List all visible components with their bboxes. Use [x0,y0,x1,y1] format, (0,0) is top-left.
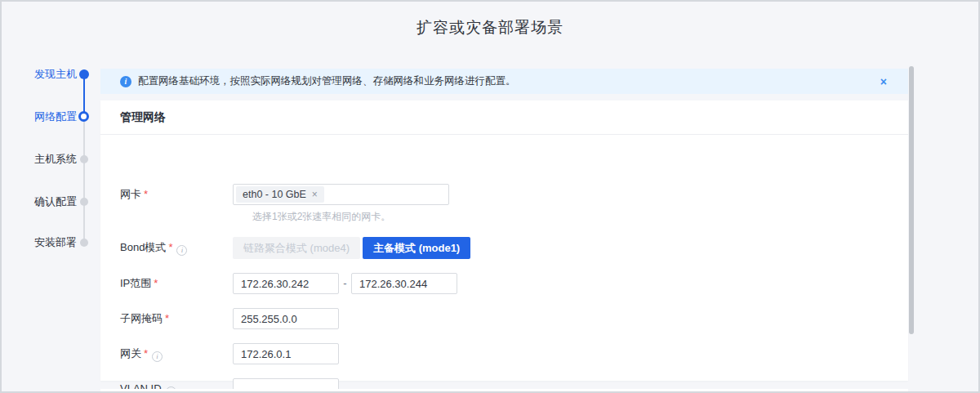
gateway-row: 网关*i [120,343,339,364]
close-icon[interactable]: × [880,76,887,87]
gateway-label: 网关*i [120,343,233,364]
nic-label: 网卡* [120,184,233,205]
step-label: 安装部署 [34,235,77,250]
required-mark: * [144,188,148,200]
nic-tag: eth0 - 10 GbE × [236,186,324,203]
wizard-dialog: 扩容或灾备部署场景 发现主机 网络配置 主机系统 确认配置 安装部署 i 配置网… [0,0,980,393]
ip-range-end-input[interactable] [351,273,457,294]
required-mark: * [154,277,158,289]
subnet-mask-row: 子网掩码* [120,308,339,329]
step-network-config[interactable]: 网络配置 [34,109,77,124]
step-dot-icon [79,69,89,79]
info-banner: i 配置网络基础环境，按照实际网络规划对管理网络、存储网络和业务网络进行配置。 … [100,69,908,94]
wizard-stepper: 发现主机 网络配置 主机系统 确认配置 安装部署 [34,2,100,391]
ip-range-row: IP范围* - [120,273,457,294]
page-title: 扩容或灾备部署场景 [2,17,978,38]
gateway-info-icon[interactable]: i [152,351,163,362]
step-dot-icon [80,198,88,206]
management-network-card: 管理网络 网卡* eth0 - 10 GbE × 选择1张或2张速率相同的网卡。 [100,100,908,381]
next-section-card-partial [100,389,908,393]
ip-range-label: IP范围* [120,273,233,294]
required-mark: * [165,312,169,324]
bond-mode4-button[interactable]: 链路聚合模式 (mode4) [233,237,360,259]
required-mark: * [168,241,172,253]
subnet-mask-input[interactable] [233,308,339,329]
nic-hint: 选择1张或2张速率相同的网卡。 [252,210,390,224]
management-network-form: 网卡* eth0 - 10 GbE × 选择1张或2张速率相同的网卡。 Bond… [100,135,908,381]
step-label: 主机系统 [34,152,77,167]
step-label: 确认配置 [34,194,77,209]
required-mark: * [144,347,148,360]
step-discover-hosts[interactable]: 发现主机 [34,67,77,82]
step-label: 发现主机 [34,67,77,82]
info-icon: i [120,76,131,87]
step-dot-icon [78,111,89,122]
tag-remove-icon[interactable]: × [312,189,318,200]
gateway-input[interactable] [233,343,339,364]
section-title: 管理网络 [100,100,908,135]
step-host-system[interactable]: 主机系统 [34,152,77,167]
step-label: 网络配置 [34,109,77,124]
ip-range-start-input[interactable] [233,273,339,294]
bond-mode-group: 链路聚合模式 (mode4) 主备模式 (mode1) [233,237,470,259]
nic-select-input[interactable]: eth0 - 10 GbE × [233,184,449,205]
bond-mode1-button[interactable]: 主备模式 (mode1) [363,237,470,259]
step-confirm-config[interactable]: 确认配置 [34,194,77,209]
info-banner-text: 配置网络基础环境，按照实际网络规划对管理网络、存储网络和业务网络进行配置。 [138,74,880,88]
bond-mode-row: Bond模式*i 链路聚合模式 (mode4) 主备模式 (mode1) [120,237,470,259]
ip-range-separator: - [339,273,351,294]
nic-row: 网卡* eth0 - 10 GbE × [120,184,449,205]
vertical-scrollbar-thumb[interactable] [909,66,914,334]
bond-info-icon[interactable]: i [176,245,187,256]
step-dot-icon [80,239,88,247]
step-install-deploy[interactable]: 安装部署 [34,235,77,250]
step-dot-icon [80,155,88,163]
bond-mode-label: Bond模式*i [120,237,233,259]
subnet-mask-label: 子网掩码* [120,308,233,329]
nic-tag-label: eth0 - 10 GbE [243,189,306,200]
